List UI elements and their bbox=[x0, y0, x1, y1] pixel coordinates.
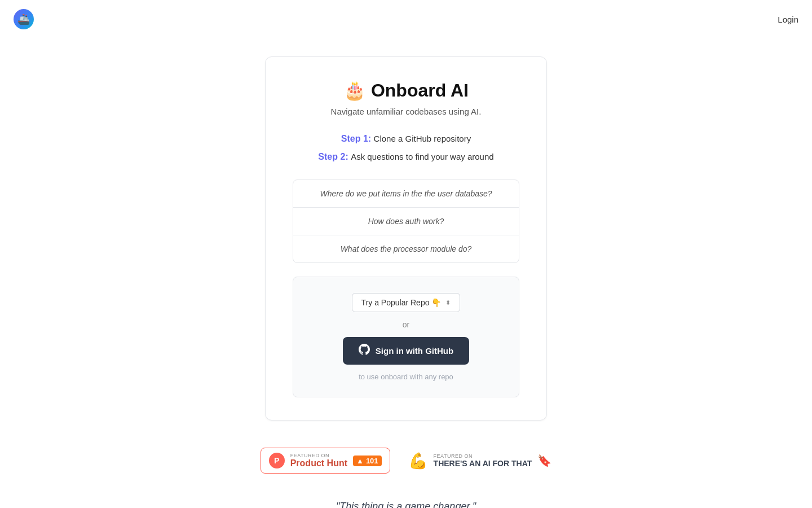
question-2: How does auth work? bbox=[293, 208, 519, 235]
ai-name: THERE'S AN AI FOR THAT bbox=[434, 459, 532, 468]
badges-section: P FEATURED ON Product Hunt ▲ 101 💪 FEATU… bbox=[261, 448, 552, 474]
ph-featured-on-label: FEATURED ON bbox=[290, 453, 347, 458]
step1: Step 1: Clone a GitHub repository bbox=[293, 130, 519, 148]
logo-icon[interactable]: 🚢 bbox=[14, 9, 34, 29]
or-divider: or bbox=[403, 320, 409, 329]
main-card: 🎂 Onboard AI Navigate unfamiliar codebas… bbox=[265, 56, 547, 421]
card-title: 🎂 Onboard AI bbox=[293, 80, 519, 101]
ai-featured-on-label: FEATURED ON bbox=[434, 453, 532, 459]
popular-repo-button[interactable]: Try a Popular Repo 👇 ⬍ bbox=[352, 293, 461, 312]
popular-repo-label: Try a Popular Repo 👇 bbox=[361, 298, 442, 307]
ph-count-badge: ▲ 101 bbox=[353, 456, 382, 466]
use-onboard-text: to use onboard with any repo bbox=[359, 373, 453, 381]
github-signin-button[interactable]: Sign in with GitHub bbox=[343, 337, 469, 365]
question-3: What does the processor module do? bbox=[293, 235, 519, 262]
ph-arrow-icon: ▲ bbox=[356, 457, 364, 465]
step2-label: Step 2: bbox=[318, 152, 348, 161]
ph-count-value: 101 bbox=[366, 457, 378, 465]
questions-box: Where do we put items in the the user da… bbox=[293, 179, 519, 263]
steps-section: Step 1: Clone a GitHub repository Step 2… bbox=[293, 130, 519, 166]
title-text: Onboard AI bbox=[371, 80, 469, 100]
ai-for-that-badge[interactable]: 💪 FEATURED ON THERE'S AN AI FOR THAT 🔖 bbox=[408, 452, 552, 470]
main-content: 🎂 Onboard AI Navigate unfamiliar codebas… bbox=[0, 0, 812, 508]
header: 🚢 Login bbox=[0, 0, 812, 38]
chevron-icon: ⬍ bbox=[445, 299, 451, 306]
step2: Step 2: Ask questions to find your way a… bbox=[293, 148, 519, 166]
quote-text: "This thing is a game changer." bbox=[336, 501, 476, 508]
github-icon bbox=[359, 344, 370, 358]
card-subtitle: Navigate unfamiliar codebases using AI. bbox=[293, 107, 519, 116]
title-emoji: 🎂 bbox=[343, 80, 366, 100]
github-btn-label: Sign in with GitHub bbox=[376, 346, 453, 356]
step1-label: Step 1: bbox=[341, 134, 371, 143]
action-area: Try a Popular Repo 👇 ⬍ or Sign in with G… bbox=[293, 277, 519, 397]
step1-text-val: Clone a GitHub repository bbox=[374, 134, 471, 143]
ph-name: Product Hunt bbox=[290, 458, 347, 468]
question-1: Where do we put items in the the user da… bbox=[293, 180, 519, 208]
ai-badge-text: FEATURED ON THERE'S AN AI FOR THAT bbox=[434, 453, 532, 468]
muscle-icon: 💪 bbox=[408, 452, 428, 470]
step2-text-val: Ask questions to find your way around bbox=[351, 152, 493, 161]
bookmark-icon: 🔖 bbox=[537, 454, 551, 467]
quote-section: "This thing is a game changer." Will Che… bbox=[336, 501, 476, 508]
product-hunt-badge[interactable]: P FEATURED ON Product Hunt ▲ 101 bbox=[261, 448, 390, 474]
ph-badge-text: FEATURED ON Product Hunt bbox=[290, 453, 347, 468]
login-button[interactable]: Login bbox=[778, 15, 798, 24]
ph-logo: P bbox=[269, 453, 285, 468]
